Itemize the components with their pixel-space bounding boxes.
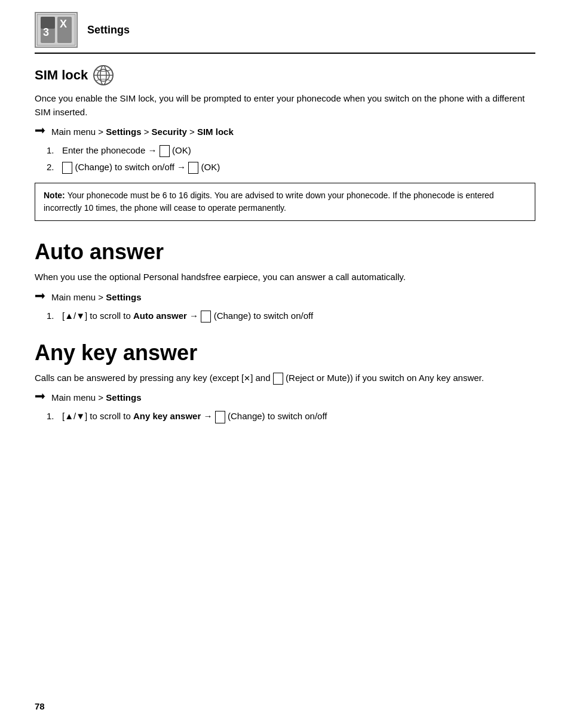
auto-answer-menu-path-text: Main menu > Settings [51, 292, 141, 302]
auto-answer-steps: 1. [▲/▼] to scroll to Auto answer → (Cha… [35, 309, 535, 323]
header-logo: 3 X [35, 12, 78, 48]
page-number: 78 [35, 701, 45, 711]
sim-lock-icon [93, 64, 114, 86]
sim-lock-body: Once you enable the SIM lock, you will b… [35, 92, 535, 119]
svg-text:3: 3 [43, 26, 49, 38]
auto-answer-menu-path: ⮕ Main menu > Settings [35, 290, 535, 304]
ok-button-icon-2 [188, 162, 198, 174]
sim-lock-step-2: 2. (Change) to switch on/off → (OK) [47, 160, 535, 174]
auto-answer-heading: Auto answer [35, 239, 535, 265]
sim-lock-menu-path: ⮕ Main menu > Settings > Security > SIM … [35, 125, 535, 139]
sim-lock-menu-path-text: Main menu > Settings > Security > SIM lo… [51, 127, 234, 137]
any-key-step-1: 1. [▲/▼] to scroll to Any key answer → (… [47, 409, 535, 423]
any-key-steps: 1. [▲/▼] to scroll to Any key answer → (… [35, 409, 535, 423]
change-button-icon [62, 162, 72, 174]
menu-arrow-icon-3: ⮕ [35, 391, 47, 404]
svg-text:X: X [60, 18, 67, 30]
sim-lock-section: SIM lock Once you enable the SIM lock, y… [35, 64, 535, 221]
auto-answer-section: Auto answer When you use the optional Pe… [35, 239, 535, 323]
note-label: Note: [44, 191, 68, 200]
sim-lock-steps: 1. Enter the phonecode → (OK) 2. (Change… [35, 143, 535, 174]
auto-answer-step-1: 1. [▲/▼] to scroll to Auto answer → (Cha… [47, 309, 535, 323]
ok-button-icon-1 [160, 145, 170, 157]
sim-lock-title: SIM lock [35, 67, 88, 83]
header-title: Settings [87, 24, 130, 36]
page: 3 X Settings SIM lock Once you enable th… [0, 0, 570, 728]
auto-change-button-icon [201, 311, 211, 322]
any-key-menu-path-text: Main menu > Settings [51, 392, 141, 403]
sim-lock-heading: SIM lock [35, 64, 535, 86]
note-text: Your phonecode must be 6 to 16 digits. Y… [44, 191, 494, 213]
menu-arrow-icon: ⮕ [35, 125, 47, 139]
any-key-change-button-icon [215, 411, 225, 423]
any-key-answer-title: Any key answer [35, 340, 535, 365]
page-header: 3 X Settings [35, 12, 535, 54]
auto-answer-body: When you use the optional Personal hands… [35, 271, 535, 284]
auto-answer-title: Auto answer [35, 239, 535, 265]
sim-lock-note: Note: Your phonecode must be 6 to 16 dig… [35, 183, 535, 221]
any-key-answer-body: Calls can be answered by pressing any ke… [35, 371, 535, 385]
reject-button-icon [273, 373, 283, 385]
menu-arrow-icon-2: ⮕ [35, 290, 47, 304]
any-key-answer-heading: Any key answer [35, 340, 535, 365]
any-key-answer-section: Any key answer Calls can be answered by … [35, 340, 535, 424]
any-key-menu-path: ⮕ Main menu > Settings [35, 391, 535, 404]
sim-lock-step-1: 1. Enter the phonecode → (OK) [47, 143, 535, 158]
